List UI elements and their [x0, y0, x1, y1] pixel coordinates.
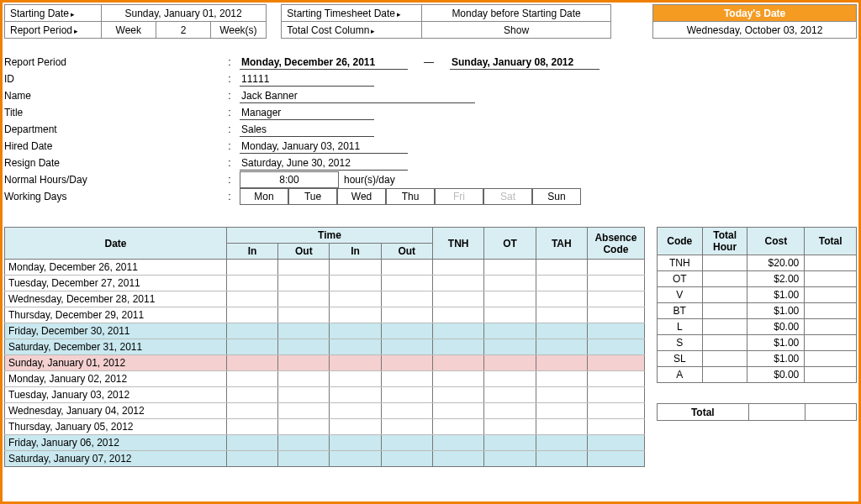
hdr-in2: In: [330, 244, 381, 260]
code-total: [805, 287, 857, 303]
starting-date-value[interactable]: Sunday, January 01, 2012: [101, 5, 266, 22]
val-hired[interactable]: Monday, January 03, 2011: [240, 139, 408, 154]
total-cost-value[interactable]: Show: [422, 22, 611, 39]
code-hour[interactable]: [702, 287, 747, 303]
total-cost-label: Total Cost Column: [282, 22, 422, 39]
lbl-resign: Resign Date: [4, 157, 223, 169]
code-row: V$1.00: [657, 287, 856, 303]
day-box-mon[interactable]: Mon: [240, 188, 288, 205]
val-id[interactable]: 11111: [240, 72, 374, 87]
cell-date: Monday, December 26, 2011: [5, 260, 227, 276]
lbl-report-period: Report Period: [4, 56, 223, 68]
week-label: Week: [101, 22, 156, 39]
table-row[interactable]: Tuesday, December 27, 2011: [5, 276, 645, 291]
code-total: [805, 367, 857, 383]
hdr-date: Date: [5, 228, 227, 260]
val-normal-unit: hour(s)/day: [344, 174, 395, 186]
cell-date: Tuesday, January 03, 2012: [5, 387, 227, 403]
config-table: Starting Date Sunday, January 01, 2012 S…: [4, 4, 857, 39]
code-label: V: [657, 287, 702, 303]
day-box-sun[interactable]: Sun: [532, 188, 581, 205]
val-department[interactable]: Sales: [240, 123, 374, 137]
hdr-time: Time: [227, 228, 433, 244]
code-cost: $1.00: [747, 335, 805, 351]
code-label: A: [657, 367, 702, 383]
code-total: [805, 335, 857, 351]
code-hour[interactable]: [702, 303, 747, 319]
code-hour[interactable]: [702, 335, 747, 351]
table-row[interactable]: Sunday, January 01, 2012: [5, 355, 645, 371]
hdr-tah: TAH: [536, 228, 587, 260]
val-normal-hours[interactable]: 8:00: [240, 171, 339, 188]
total-total-cell: [805, 404, 856, 421]
table-row[interactable]: Friday, December 30, 2011: [5, 323, 645, 339]
day-box-wed[interactable]: Wed: [337, 188, 386, 205]
week-unit: Week(s): [211, 22, 266, 39]
table-row[interactable]: Saturday, January 07, 2012: [5, 451, 645, 467]
total-label: Total: [657, 404, 748, 421]
lbl-department: Department: [4, 123, 223, 135]
period-to: Sunday, January 08, 2012: [450, 55, 600, 70]
table-row[interactable]: Monday, January 02, 2012: [5, 371, 645, 387]
hdr-ot: OT: [484, 228, 536, 260]
table-row[interactable]: Wednesday, January 04, 2012: [5, 403, 645, 419]
code-cost: $0.00: [747, 319, 805, 335]
cell-date: Thursday, December 29, 2011: [5, 307, 227, 323]
day-box-thu[interactable]: Thu: [386, 188, 435, 205]
table-row[interactable]: Wednesday, December 28, 2011: [5, 291, 645, 307]
code-total: [805, 255, 857, 271]
code-label: BT: [657, 303, 702, 319]
cell-date: Friday, January 06, 2012: [5, 435, 227, 451]
code-label: TNH: [657, 255, 702, 271]
code-cost: $1.00: [747, 287, 805, 303]
hdr-code: Code: [657, 228, 702, 255]
code-row: BT$1.00: [657, 303, 856, 319]
code-hour[interactable]: [702, 351, 747, 367]
table-row[interactable]: Saturday, December 31, 2011: [5, 339, 645, 355]
cell-date: Wednesday, December 28, 2011: [5, 291, 227, 307]
code-hour[interactable]: [702, 271, 747, 287]
code-cost: $20.00: [747, 255, 805, 271]
code-label: L: [657, 319, 702, 335]
cell-date: Saturday, December 31, 2011: [5, 339, 227, 355]
lbl-working-days: Working Days: [4, 191, 223, 202]
code-row: OT$2.00: [657, 271, 856, 287]
code-label: S: [657, 335, 702, 351]
period-dash: —: [408, 56, 450, 68]
table-row[interactable]: Thursday, December 29, 2011: [5, 307, 645, 323]
code-row: TNH$20.00: [657, 255, 856, 271]
val-resign[interactable]: Saturday, June 30, 2012: [240, 156, 408, 171]
code-label: OT: [657, 271, 702, 287]
val-title[interactable]: Manager: [240, 106, 374, 120]
code-hour[interactable]: [702, 255, 747, 271]
code-cost: $1.00: [747, 303, 805, 319]
table-row[interactable]: Thursday, January 05, 2012: [5, 419, 645, 435]
table-row[interactable]: Monday, December 26, 2011: [5, 260, 645, 276]
hdr-out1: Out: [278, 244, 330, 260]
code-cost: $0.00: [747, 367, 805, 383]
day-box-tue[interactable]: Tue: [288, 188, 337, 205]
period-from: Monday, December 26, 2011: [240, 55, 408, 70]
val-name[interactable]: Jack Banner: [240, 89, 475, 103]
code-total: [805, 271, 857, 287]
day-box-fri[interactable]: Fri: [435, 188, 483, 205]
starting-ts-value[interactable]: Monday before Starting Date: [422, 5, 611, 22]
timesheet-table: Date Time TNH OT TAH Absence Code In Out…: [4, 227, 645, 467]
total-cost-cell: [748, 404, 805, 421]
cell-date: Saturday, January 07, 2012: [5, 451, 227, 467]
hdr-cost: Cost: [747, 228, 805, 255]
employee-info: Report Period: ID: Name: Title: Departme…: [4, 54, 857, 205]
week-num[interactable]: 2: [156, 22, 210, 39]
hdr-total-hour: Total Hour: [702, 228, 747, 255]
starting-ts-label: Starting Timesheet Date: [282, 5, 422, 22]
day-box-sat[interactable]: Sat: [483, 188, 532, 205]
cell-date: Friday, December 30, 2011: [5, 323, 227, 339]
table-row[interactable]: Friday, January 06, 2012: [5, 435, 645, 451]
code-row: SL$1.00: [657, 351, 856, 367]
code-hour[interactable]: [702, 319, 747, 335]
code-hour[interactable]: [702, 367, 747, 383]
hdr-out2: Out: [381, 244, 432, 260]
today-label: Today's Date: [653, 5, 857, 22]
table-row[interactable]: Tuesday, January 03, 2012: [5, 387, 645, 403]
code-total: [805, 303, 857, 319]
